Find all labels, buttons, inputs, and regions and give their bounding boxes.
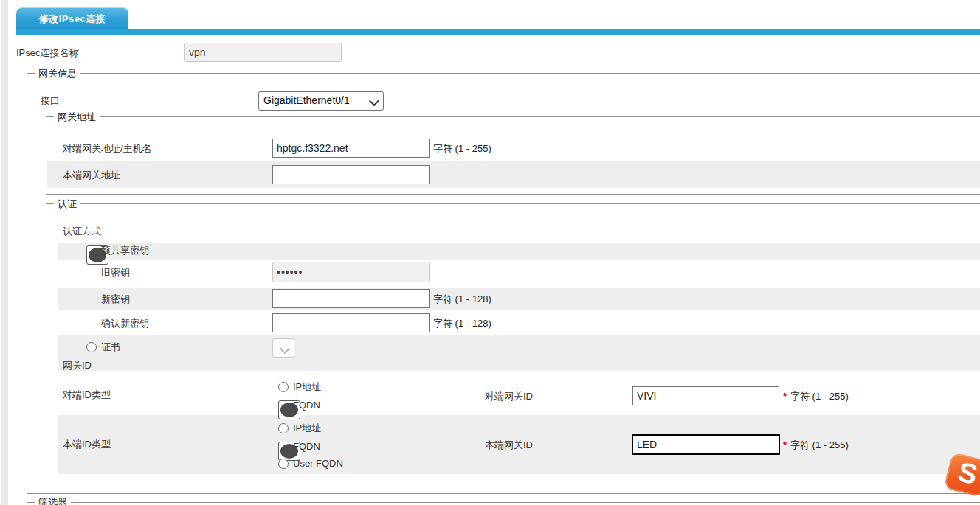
local-id-userfqdn-radio[interactable]	[278, 459, 289, 469]
peer-id-fqdn-label: FQDN	[293, 400, 320, 411]
local-gateway-id-required-asterisk: *	[783, 439, 787, 451]
row-bg-new-key	[58, 288, 980, 310]
local-id-fqdn-label: FQDN	[293, 441, 320, 453]
peer-id-ip-radio[interactable]	[278, 382, 289, 392]
confirm-key-hint: 字符 (1 - 128)	[433, 318, 491, 330]
new-key-hint: 字符 (1 - 128)	[433, 293, 491, 305]
cert-label: 证书	[101, 341, 120, 353]
ipsec-name-label: IPsec连接名称	[16, 47, 79, 59]
confirm-key-input[interactable]	[272, 313, 430, 332]
watermark-letter: S	[945, 453, 980, 494]
old-key-label: 旧密钥	[101, 267, 130, 279]
peer-gateway-id-label: 对端网关ID	[485, 391, 533, 403]
peer-gateway-id-hint: 字符 (1 - 255)	[790, 391, 849, 403]
row-bg-cert	[58, 335, 980, 371]
interface-select-value: GigabitEthernet0/1	[263, 94, 350, 106]
peer-id-type-label: 对端ID类型	[63, 389, 111, 401]
gateway-address-legend: 网关地址	[54, 111, 100, 124]
confirm-key-label: 确认新密钥	[101, 318, 149, 330]
local-id-type-label: 本端ID类型	[63, 439, 111, 450]
cert-radio[interactable]	[86, 342, 97, 352]
psk-label: 预共享密钥	[101, 245, 149, 257]
local-id-userfqdn-label: User FQDN	[293, 458, 343, 470]
filter-groupbox: 筛选器	[27, 502, 980, 505]
local-gateway-id-label: 本端网关ID	[485, 439, 533, 451]
auth-legend: 认证	[54, 198, 80, 211]
local-gateway-id-hint: 字符 (1 - 255)	[790, 439, 849, 451]
filter-legend: 筛选器	[35, 496, 71, 505]
new-key-label: 新密钥	[101, 293, 130, 305]
gateway-info-legend: 网关信息	[35, 67, 80, 80]
peer-gateway-address-input[interactable]	[272, 139, 430, 158]
local-gateway-address-label: 本端网关地址	[63, 170, 120, 181]
local-gateway-address-input[interactable]	[272, 165, 430, 184]
chevron-down-icon	[369, 96, 379, 106]
old-key-input	[272, 262, 430, 282]
new-key-input[interactable]	[272, 289, 430, 308]
ipsec-edit-page: 修改IPsec连接 IPsec连接名称 网关信息 接口 GigabitEther…	[0, 0, 980, 505]
peer-gateway-id-required-asterisk: *	[783, 391, 787, 403]
local-id-ip-label: IP地址	[293, 422, 321, 434]
peer-gateway-address-label: 对端网关地址/主机名	[63, 143, 152, 155]
left-edge-strip	[0, 0, 8, 505]
local-gateway-id-input[interactable]	[632, 434, 780, 455]
interface-select[interactable]: GigabitEthernet0/1	[258, 91, 384, 111]
auth-method-label: 认证方式	[63, 226, 101, 237]
interface-label: 接口	[41, 95, 60, 107]
tab-modify-ipsec[interactable]: 修改IPsec连接	[16, 7, 128, 30]
row-bg-psk	[58, 243, 980, 260]
cert-select	[272, 338, 294, 358]
tab-underline-bar	[16, 29, 980, 35]
local-id-ip-radio[interactable]	[278, 423, 289, 433]
row-bg-local-gateway	[47, 161, 980, 188]
peer-gateway-id-input[interactable]	[632, 386, 779, 405]
chevron-down-icon	[280, 344, 290, 354]
peer-gateway-address-hint: 字符 (1 - 255)	[433, 143, 491, 155]
peer-id-ip-label: IP地址	[293, 381, 321, 393]
gateway-id-label: 网关ID	[63, 360, 92, 372]
ipsec-name-input	[184, 43, 342, 62]
